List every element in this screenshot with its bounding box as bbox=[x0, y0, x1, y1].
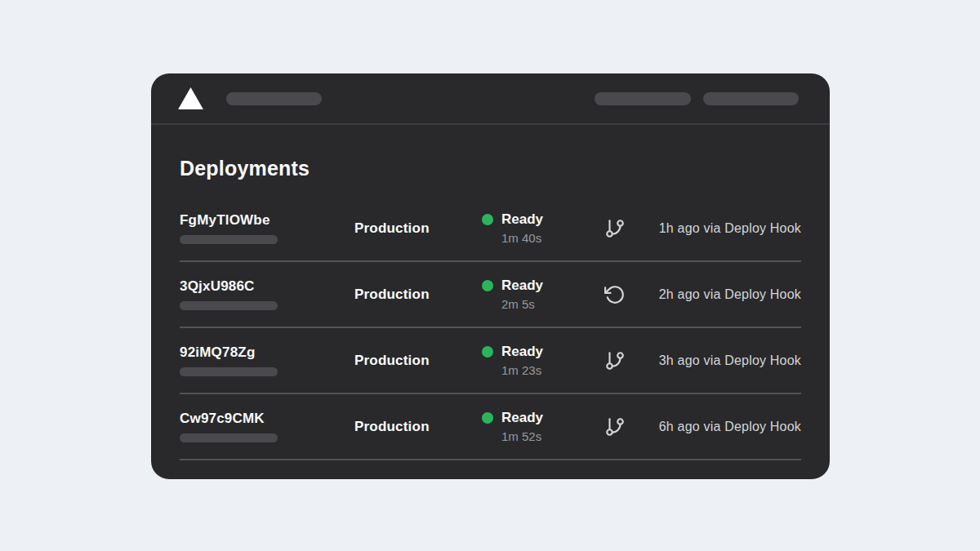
branch-placeholder-bar bbox=[180, 301, 278, 310]
deployment-row[interactable]: FgMyTlOWbe Production Ready 1m 40s bbox=[180, 196, 801, 262]
git-branch-icon bbox=[604, 416, 626, 438]
status-label: Ready bbox=[501, 211, 543, 229]
app-header bbox=[151, 73, 830, 125]
deployment-id: Cw97c9CMK bbox=[180, 411, 354, 426]
deployment-id-cell: 3QjxU986C bbox=[180, 279, 354, 310]
status-text: Ready 1m 23s bbox=[501, 343, 543, 378]
status-ready-dot bbox=[482, 280, 493, 291]
deployment-id: 3QjxU986C bbox=[180, 279, 354, 294]
deployments-list: FgMyTlOWbe Production Ready 1m 40s bbox=[180, 196, 801, 460]
deployment-status: Ready 1m 52s bbox=[482, 409, 604, 444]
build-duration: 1m 23s bbox=[501, 363, 543, 378]
deployment-environment: Production bbox=[354, 220, 482, 237]
vercel-triangle-logo-icon[interactable] bbox=[178, 87, 203, 109]
build-duration: 1m 40s bbox=[501, 231, 543, 246]
deployment-environment: Production bbox=[354, 419, 482, 435]
status-label: Ready bbox=[501, 343, 543, 361]
status-text: Ready 1m 40s bbox=[501, 211, 543, 246]
build-duration: 2m 5s bbox=[501, 297, 543, 312]
status-ready-dot bbox=[482, 412, 493, 424]
nav-placeholder-pill bbox=[703, 92, 799, 105]
deployment-status: Ready 1m 23s bbox=[482, 343, 604, 378]
nav-placeholder-pill bbox=[595, 92, 691, 105]
deployment-id: FgMyTlOWbe bbox=[180, 213, 354, 228]
deployment-environment: Production bbox=[354, 287, 482, 303]
deployment-status: Ready 2m 5s bbox=[482, 277, 604, 312]
deployment-source-cell bbox=[604, 350, 642, 371]
deployment-id-cell: Cw97c9CMK bbox=[180, 411, 354, 442]
deployment-meta: 3h ago via Deploy Hook bbox=[642, 353, 801, 368]
deployment-meta: 2h ago via Deploy Hook bbox=[642, 287, 801, 302]
deployment-meta: 6h ago via Deploy Hook bbox=[642, 420, 801, 434]
status-ready-dot bbox=[482, 214, 493, 225]
deployment-environment: Production bbox=[354, 353, 482, 369]
branch-placeholder-bar bbox=[180, 433, 278, 442]
deployment-status: Ready 1m 40s bbox=[482, 211, 604, 246]
card-body: Deployments FgMyTlOWbe Production Ready … bbox=[151, 158, 830, 460]
status-ready-dot bbox=[482, 346, 493, 358]
deployment-id-cell: 92iMQ78Zg bbox=[180, 345, 354, 376]
status-label: Ready bbox=[501, 409, 543, 427]
branch-placeholder-bar bbox=[180, 367, 278, 376]
build-duration: 1m 52s bbox=[501, 429, 543, 444]
deployment-row[interactable]: 92iMQ78Zg Production Ready 1m 23s bbox=[180, 328, 801, 394]
deployment-row[interactable]: Cw97c9CMK Production Ready 1m 52s bbox=[180, 394, 801, 460]
deployment-id: 92iMQ78Zg bbox=[180, 345, 354, 360]
deployment-meta: 1h ago via Deploy Hook bbox=[642, 221, 801, 236]
git-branch-icon bbox=[604, 350, 626, 371]
deployments-card: Deployments FgMyTlOWbe Production Ready … bbox=[151, 73, 830, 479]
deployment-id-cell: FgMyTlOWbe bbox=[180, 213, 354, 244]
deployment-source-cell bbox=[604, 284, 642, 305]
git-branch-icon bbox=[604, 218, 626, 239]
status-label: Ready bbox=[501, 277, 543, 295]
nav-placeholder-pill bbox=[226, 92, 322, 105]
status-text: Ready 2m 5s bbox=[501, 277, 543, 312]
rotate-ccw-icon bbox=[604, 284, 626, 305]
page-title: Deployments bbox=[180, 158, 801, 180]
branch-placeholder-bar bbox=[180, 235, 278, 244]
deployment-row[interactable]: 3QjxU986C Production Ready 2m 5s bbox=[180, 262, 801, 328]
status-text: Ready 1m 52s bbox=[501, 409, 543, 444]
deployment-source-cell bbox=[604, 218, 642, 239]
deployment-source-cell bbox=[604, 416, 642, 438]
